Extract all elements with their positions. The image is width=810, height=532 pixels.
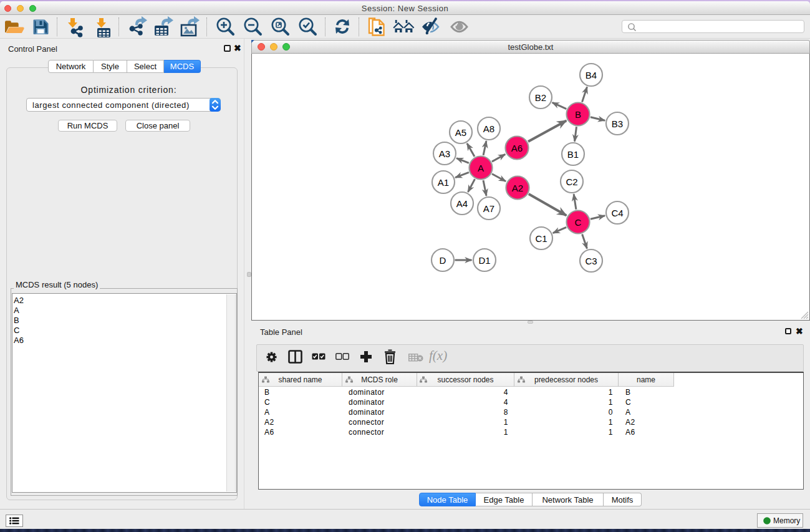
svg-text:C2: C2: [566, 177, 577, 187]
svg-text:B4: B4: [586, 70, 597, 80]
svg-text:A8: A8: [483, 123, 494, 134]
svg-text:A7: A7: [483, 203, 494, 214]
svg-text:B2: B2: [535, 92, 546, 103]
svg-text:B3: B3: [612, 118, 623, 129]
svg-text:D1: D1: [478, 255, 490, 266]
svg-text:D: D: [440, 255, 446, 266]
svg-text:A: A: [478, 163, 484, 173]
svg-text:A2: A2: [512, 183, 523, 193]
svg-text:C3: C3: [585, 256, 597, 266]
svg-text:A6: A6: [511, 143, 523, 153]
svg-text:B: B: [575, 109, 581, 120]
svg-text:C: C: [575, 217, 582, 228]
svg-text:A3: A3: [439, 148, 450, 159]
svg-text:A1: A1: [438, 177, 449, 188]
svg-text:A4: A4: [456, 198, 468, 209]
svg-text:C1: C1: [535, 233, 547, 244]
svg-text:B1: B1: [567, 149, 579, 160]
svg-text:C4: C4: [611, 208, 623, 218]
svg-text:A5: A5: [455, 127, 466, 138]
